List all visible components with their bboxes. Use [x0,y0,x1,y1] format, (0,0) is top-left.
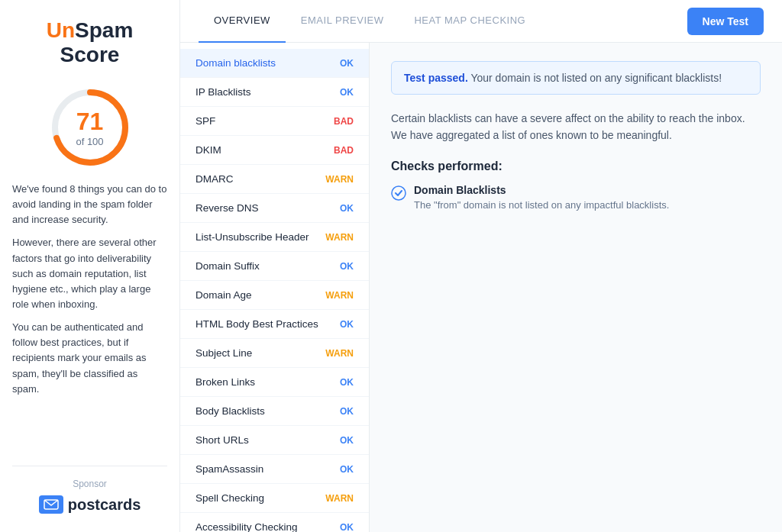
postcards-brand-name: postcards [68,496,141,514]
check-item-label-spell-checking: Spell Checking [196,492,264,504]
check-item-label-list-unsubscribe: List-Unsubscribe Header [196,231,309,243]
svg-point-3 [392,186,406,200]
sponsor-section: Sponsor postcards [12,466,167,514]
check-status-domain-age: WARN [325,290,354,301]
check-status-html-body: OK [340,319,354,330]
check-list-item-subject-line[interactable]: Subject LineWARN [180,339,369,368]
check-list: Domain blacklistsOKIP BlacklistsOKSPFBAD… [180,43,370,532]
check-status-short-urls: OK [340,435,354,446]
check-item-label-ip-blacklists: IP Blacklists [196,86,251,98]
check-list-item-spamassassin[interactable]: SpamAssassinOK [180,455,369,484]
new-test-button[interactable]: New Test [687,8,764,35]
check-status-reverse-dns: OK [340,203,354,214]
check-status-subject-line: WARN [325,348,354,359]
sidebar-desc-1: We've found 8 things you can do to avoid… [12,182,167,227]
check-item-label-spf: SPF [196,115,215,127]
check-status-broken-links: OK [340,377,354,388]
check-pass-icon [391,185,406,201]
main-content: OVERVIEW EMAIL PREVIEW HEAT MAP CHECKING… [180,0,782,532]
check-status-dmarc: WARN [325,174,354,185]
check-list-item-spell-checking[interactable]: Spell CheckingWARN [180,484,369,513]
tab-email-preview[interactable]: EMAIL PREVIEW [286,0,399,43]
check-status-domain-blacklists: OK [340,58,354,69]
check-item-label-html-body: HTML Body Best Practices [196,318,318,330]
check-list-item-dkim[interactable]: DKIMBAD [180,136,369,165]
check-item-label-accessibility: Accessibility Checking [196,521,298,532]
brand-score: Score [47,43,134,67]
sidebar-desc-3: You can be authenticated and follow best… [12,320,167,397]
check-list-item-domain-suffix[interactable]: Domain SuffixOK [180,252,369,281]
check-list-item-list-unsubscribe[interactable]: List-Unsubscribe HeaderWARN [180,223,369,252]
brand-title: UnSpam Score [47,18,134,67]
check-list-item-html-body[interactable]: HTML Body Best PracticesOK [180,310,369,339]
check-list-item-ip-blacklists[interactable]: IP BlacklistsOK [180,78,369,107]
check-list-item-dmarc[interactable]: DMARCWARN [180,165,369,194]
check-status-accessibility: OK [340,522,354,533]
check-result-content: Domain Blacklists The "from" domain is n… [414,184,669,211]
check-item-label-spamassassin: SpamAssassin [196,463,263,475]
sidebar: UnSpam Score 71 of 100 We've found 8 thi… [0,0,180,532]
check-list-item-short-urls[interactable]: Short URLsOK [180,426,369,455]
check-status-spf: BAD [334,116,354,127]
test-passed-banner: Test passed. Your domain is not listed o… [391,61,761,95]
checks-performed-title: Checks performed: [391,160,761,173]
check-list-item-broken-links[interactable]: Broken LinksOK [180,368,369,397]
check-result-item: Domain Blacklists The "from" domain is n… [391,184,761,211]
check-list-item-body-blacklists[interactable]: Body BlacklistsOK [180,397,369,426]
check-item-label-body-blacklists: Body Blacklists [196,405,265,417]
check-list-item-spf[interactable]: SPFBAD [180,107,369,136]
check-item-label-dkim: DKIM [196,144,221,156]
check-list-item-domain-blacklists[interactable]: Domain blacklistsOK [180,49,369,78]
check-status-spell-checking: WARN [325,493,354,504]
detail-description: Certain blacklists can have a severe aff… [391,110,761,144]
postcards-logo: postcards [12,495,167,514]
check-status-spamassassin: OK [340,464,354,475]
check-item-label-domain-suffix: Domain Suffix [196,260,260,272]
check-status-ip-blacklists: OK [340,87,354,98]
check-item-label-reverse-dns: Reverse DNS [196,202,259,214]
check-item-label-domain-age: Domain Age [196,289,252,301]
check-item-label-broken-links: Broken Links [196,376,255,388]
check-item-label-dmarc: DMARC [196,173,234,185]
check-result-name: Domain Blacklists [414,184,669,196]
tab-overview[interactable]: OVERVIEW [199,0,286,43]
check-item-label-domain-blacklists: Domain blacklists [196,57,276,69]
score-of: of 100 [76,136,103,147]
sponsor-label: Sponsor [12,479,167,489]
test-passed-message: Your domain is not listed on any signifi… [470,72,722,84]
check-item-label-subject-line: Subject Line [196,347,252,359]
test-passed-label: Test passed. [404,72,468,84]
check-status-body-blacklists: OK [340,406,354,417]
check-item-label-short-urls: Short URLs [196,434,249,446]
score-number: 71 [76,108,103,136]
top-nav: OVERVIEW EMAIL PREVIEW HEAT MAP CHECKING… [180,0,782,43]
check-status-dkim: BAD [334,145,354,156]
brand-un: Un [47,18,75,42]
tab-heat-map[interactable]: HEAT MAP CHECKING [399,0,541,43]
postcards-icon [39,495,63,514]
test-passed-text: Test passed. Your domain is not listed o… [404,72,722,84]
score-center: 71 of 100 [76,108,103,147]
check-list-item-domain-age[interactable]: Domain AgeWARN [180,281,369,310]
brand-spam: Spam [75,18,133,42]
content-area: Domain blacklistsOKIP BlacklistsOKSPFBAD… [180,43,782,532]
score-circle: 71 of 100 [48,85,132,169]
check-status-list-unsubscribe: WARN [325,232,354,243]
check-list-item-accessibility[interactable]: Accessibility CheckingOK [180,513,369,532]
sidebar-desc-2: However, there are several other factors… [12,235,167,312]
check-list-item-reverse-dns[interactable]: Reverse DNSOK [180,194,369,223]
detail-panel: Test passed. Your domain is not listed o… [370,43,782,532]
check-result-desc: The "from" domain is not listed on any i… [414,199,669,211]
check-status-domain-suffix: OK [340,261,354,272]
